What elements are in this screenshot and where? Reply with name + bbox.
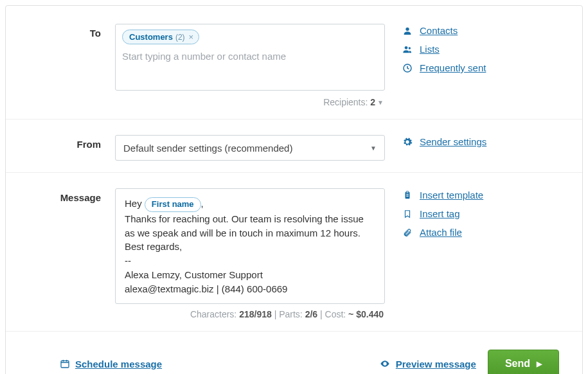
message-label: Message xyxy=(6,188,115,319)
message-stats: Characters: 218/918 | Parts: 2/6 | Cost:… xyxy=(115,309,385,319)
calendar-icon xyxy=(60,359,70,369)
eye-icon xyxy=(379,359,391,369)
person-icon xyxy=(402,26,413,36)
compose-panel: To Customers (2) × Start typing a number… xyxy=(5,5,583,374)
recipients-input[interactable]: Customers (2) × Start typing a number or… xyxy=(115,24,385,91)
from-label: From xyxy=(6,135,115,161)
chevron-right-icon: ▶ xyxy=(537,360,542,368)
recipients-placeholder: Start typing a number or contact name xyxy=(122,51,378,62)
sender-select[interactable]: Default sender settings (recommended) ▼ xyxy=(115,135,385,161)
message-section: Message Hey First name,Thanks for reachi… xyxy=(6,173,582,332)
bookmark-icon xyxy=(402,209,413,219)
chip-remove-icon[interactable]: × xyxy=(189,33,194,41)
to-section: To Customers (2) × Start typing a number… xyxy=(6,6,582,120)
schedule-message-link[interactable]: Schedule message xyxy=(60,359,162,370)
recipients-count-line[interactable]: Recipients: 2▼ xyxy=(115,97,385,107)
insert-tag-link[interactable]: Insert tag xyxy=(402,208,559,219)
chevron-down-icon: ▼ xyxy=(377,99,384,106)
chip-label: Customers xyxy=(129,32,173,42)
lists-link[interactable]: Lists xyxy=(402,44,559,55)
people-icon xyxy=(402,44,413,55)
svg-rect-6 xyxy=(406,193,409,194)
svg-rect-9 xyxy=(61,361,69,368)
insert-template-link[interactable]: Insert template xyxy=(402,190,559,200)
to-label: To xyxy=(6,24,115,107)
clipboard-icon xyxy=(402,190,413,200)
svg-rect-8 xyxy=(406,196,409,197)
chip-count: (2) xyxy=(175,33,185,42)
svg-point-2 xyxy=(409,47,411,49)
svg-rect-7 xyxy=(406,195,409,195)
svg-point-0 xyxy=(405,27,409,30)
chevron-down-icon: ▼ xyxy=(370,145,377,152)
sender-settings-link[interactable]: Sender settings xyxy=(402,136,559,147)
gear-icon xyxy=(402,137,413,147)
svg-point-1 xyxy=(405,46,408,49)
preview-message-link[interactable]: Preview message xyxy=(379,359,476,370)
frequently-sent-link[interactable]: Frequently sent xyxy=(402,62,559,73)
recipient-chip[interactable]: Customers (2) × xyxy=(122,30,199,44)
message-body-text: ,Thanks for reaching out. Our team is re… xyxy=(125,198,364,294)
svg-rect-5 xyxy=(406,191,409,192)
from-section: From Default sender settings (recommende… xyxy=(6,120,582,173)
clock-icon xyxy=(402,63,413,73)
sender-select-value: Default sender settings (recommended) xyxy=(123,143,292,154)
message-textarea[interactable]: Hey First name,Thanks for reaching out. … xyxy=(115,188,385,304)
paperclip-icon xyxy=(402,227,413,238)
send-button[interactable]: Send ▶ xyxy=(488,350,559,374)
merge-tag-firstname[interactable]: First name xyxy=(145,197,201,212)
footer-bar: Schedule message Preview message Send ▶ xyxy=(6,332,582,374)
contacts-link[interactable]: Contacts xyxy=(402,25,559,36)
svg-point-10 xyxy=(384,363,386,365)
attach-file-link[interactable]: Attach file xyxy=(402,227,559,238)
